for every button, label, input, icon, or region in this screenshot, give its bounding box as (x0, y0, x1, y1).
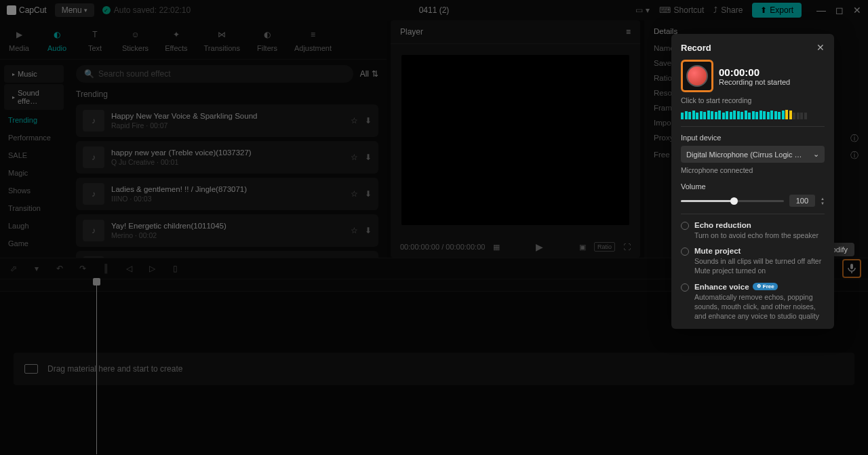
volume-value[interactable]: 100 (789, 195, 815, 207)
divider (681, 214, 825, 214)
divider (681, 126, 825, 127)
mute-desc: Sounds in all clips will be turned off a… (694, 256, 825, 275)
checkbox[interactable] (681, 222, 689, 230)
input-device-select[interactable]: Digital Microphone (Cirrus Logic … ⌄ (681, 146, 825, 163)
vu-meter (681, 110, 825, 119)
record-modal: Record ✕ 00:00:00 Recording not started … (671, 34, 834, 329)
echo-title: Echo reduction (694, 221, 818, 229)
volume-stepper[interactable]: ▲▼ (821, 197, 825, 205)
mute-title: Mute project (694, 247, 825, 255)
modal-header: Record ✕ (681, 42, 825, 53)
enhance-title: Enhance voice⭘ Free (694, 283, 825, 291)
record-info: 00:00:00 Recording not started (719, 66, 790, 86)
record-hint: Click to start recording (681, 96, 825, 104)
record-time: 00:00:00 (719, 66, 790, 78)
modal-title: Record (681, 43, 711, 53)
volume-slider[interactable] (681, 200, 784, 202)
mute-project-option[interactable]: Mute projectSounds in all clips will be … (681, 247, 825, 275)
checkbox[interactable] (681, 283, 689, 292)
volume-label: Volume (681, 182, 825, 191)
record-dot-icon (686, 65, 708, 87)
checkbox[interactable] (681, 248, 689, 256)
record-row: 00:00:00 Recording not started (681, 60, 825, 92)
volume-row: 100 ▲▼ (681, 195, 825, 207)
enhance-voice-option[interactable]: Enhance voice⭘ FreeAutomatically remove … (681, 283, 825, 321)
slider-thumb[interactable] (730, 197, 738, 205)
enhance-desc: Automatically remove echos, popping soun… (694, 292, 825, 321)
record-status: Recording not started (719, 78, 790, 86)
input-device-label: Input device (681, 134, 825, 142)
echo-desc: Turn on to avoid echo from the speaker (694, 231, 818, 240)
record-button[interactable] (681, 60, 713, 92)
chevron-down-icon: ⌄ (813, 150, 819, 159)
close-icon[interactable]: ✕ (816, 42, 825, 53)
echo-reduction-option[interactable]: Echo reductionTurn on to avoid echo from… (681, 221, 825, 240)
free-badge: ⭘ Free (753, 283, 778, 290)
mic-connected-status: Microphone connected (681, 166, 825, 174)
input-device-value: Digital Microphone (Cirrus Logic … (686, 151, 802, 159)
